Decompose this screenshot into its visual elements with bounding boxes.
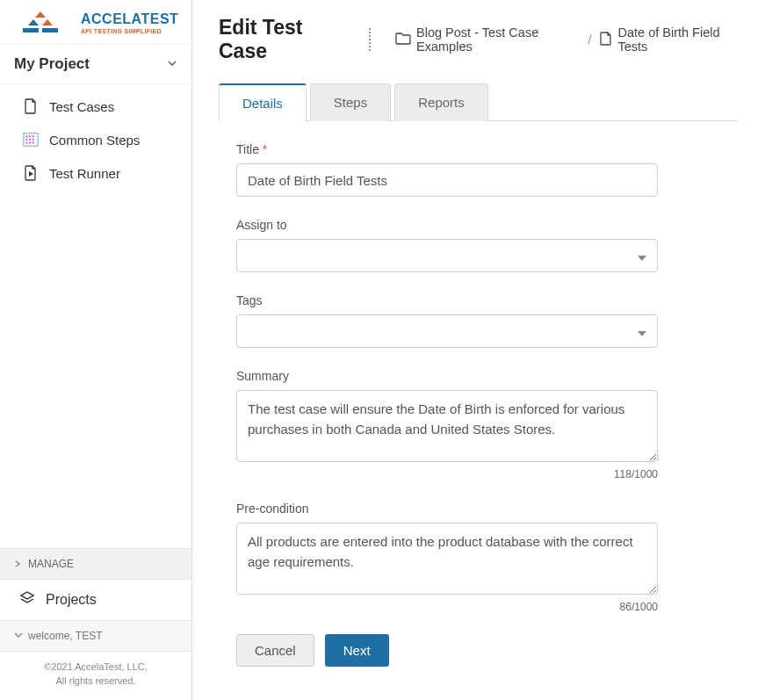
sidebar-item-label: Test Runner [49,166,120,181]
breadcrumb-label: Date of Birth Field Tests [617,25,739,54]
svg-marker-2 [42,19,53,25]
brand-tagline: API TESTING SIMPLIFIED [81,28,178,34]
sidebar-item-common-steps[interactable]: Common Steps [0,123,191,156]
brand-name: ACCELATEST [81,12,178,26]
svg-point-12 [25,142,27,144]
field-precondition: Pre-condition 86/1000 [236,502,658,613]
breadcrumb: Blog Post - Test Case Examples / Date of… [395,25,739,54]
svg-point-9 [25,139,27,141]
svg-marker-15 [29,171,33,177]
svg-marker-18 [638,331,646,336]
welcome-label: welcome, TEST [28,630,102,642]
title-input[interactable] [236,163,658,197]
folder-icon [395,32,411,47]
logo: ACCELATEST API TESTING SIMPLIFIED [0,0,191,45]
layers-icon [19,590,35,610]
sidebar-item-test-cases[interactable]: Test Cases [0,90,191,123]
projects-label: Projects [46,592,97,608]
summary-char-count: 118/1000 [236,468,658,480]
svg-point-13 [29,142,31,144]
field-tags: Tags [236,293,658,348]
precondition-textarea[interactable] [236,523,658,595]
field-assign-to: Assign to [236,218,658,272]
caret-down-icon [638,324,646,339]
file-play-icon [23,165,39,181]
sidebar-item-label: Common Steps [49,133,140,148]
vertical-divider [369,28,371,51]
field-summary: Summary 118/1000 [236,369,658,480]
sidebar: ACCELATEST API TESTING SIMPLIFIED My Pro… [0,0,192,700]
svg-point-7 [29,135,31,137]
manage-label: MANAGE [28,558,74,570]
tags-label: Tags [236,293,658,307]
sidebar-item-test-runner[interactable]: Test Runner [0,156,191,190]
cancel-button[interactable]: Cancel [236,634,314,667]
svg-rect-4 [42,28,58,32]
tab-details[interactable]: Details [219,83,307,121]
sidebar-item-projects[interactable]: Projects [0,580,191,620]
breadcrumb-label: Blog Post - Test Case Examples [416,25,579,54]
tabs: Details Steps Reports [219,83,739,121]
tab-reports[interactable]: Reports [394,83,488,121]
form: Title * Assign to Tags Summary 118/1000 [219,142,658,667]
field-title: Title * [236,142,658,197]
next-button[interactable]: Next [325,634,389,667]
svg-marker-0 [35,11,46,18]
precondition-char-count: 86/1000 [236,601,658,613]
chevron-down-icon [167,57,177,71]
button-row: Cancel Next [236,634,658,667]
breadcrumb-file[interactable]: Date of Birth Field Tests [600,25,739,54]
breadcrumb-folder[interactable]: Blog Post - Test Case Examples [395,25,579,54]
header: Edit Test Case Blog Post - Test Case Exa… [219,16,739,63]
assign-select[interactable] [236,239,658,272]
sidebar-item-label: Test Cases [49,99,114,114]
caret-down-icon [638,249,646,263]
svg-point-14 [32,142,34,144]
manage-section-header[interactable]: MANAGE [0,548,191,580]
tab-steps[interactable]: Steps [310,83,391,121]
svg-point-10 [29,139,31,141]
tags-select[interactable] [236,314,658,348]
chevron-right-icon [14,558,21,570]
grid-icon [23,132,39,148]
footer: ©2021 AccelaTest, LLC. All rights reserv… [0,652,191,700]
svg-point-8 [32,135,34,137]
welcome-user[interactable]: welcome, TEST [0,620,191,652]
main: Edit Test Case Blog Post - Test Case Exa… [192,0,765,700]
file-icon [600,32,612,48]
svg-point-6 [25,135,27,137]
svg-marker-1 [28,19,39,25]
assign-label: Assign to [236,218,658,232]
summary-textarea[interactable] [236,390,658,462]
project-selector[interactable]: My Project [0,45,191,84]
breadcrumb-separator: / [586,32,593,47]
page-title: Edit Test Case [219,16,344,63]
svg-rect-3 [23,28,39,32]
footer-line2: All rights reserved. [11,675,181,688]
project-label: My Project [14,55,90,73]
title-label: Title * [236,142,658,156]
svg-marker-16 [21,592,33,599]
summary-label: Summary [236,369,658,383]
file-icon [23,98,39,114]
required-indicator: * [263,142,267,156]
chevron-down-icon [14,630,23,642]
precondition-label: Pre-condition [236,502,658,516]
nav: Test Cases Common Steps Test Runner [0,84,191,190]
svg-marker-17 [638,256,646,261]
logo-text: ACCELATEST API TESTING SIMPLIFIED [81,12,178,34]
svg-point-11 [32,139,34,141]
footer-line1: ©2021 AccelaTest, LLC. [11,660,181,674]
logo-mark-icon [21,11,60,34]
